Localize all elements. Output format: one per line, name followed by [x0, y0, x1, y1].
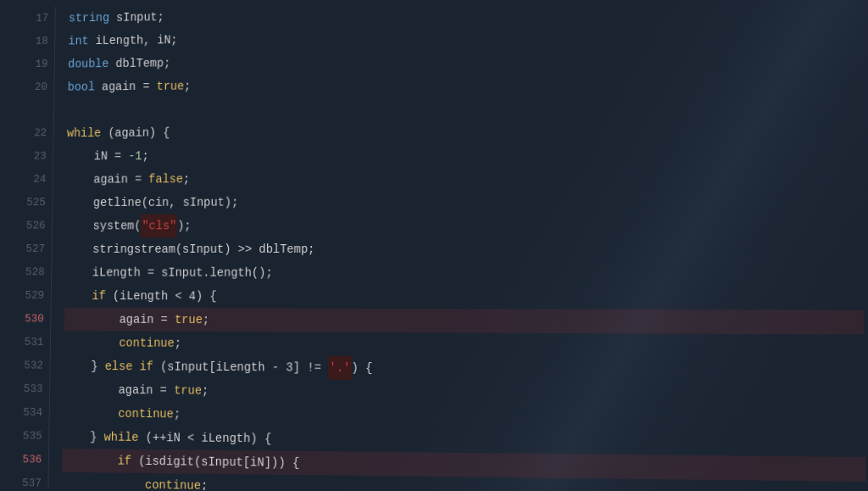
code-line-23: iN = -1; [66, 141, 862, 168]
code-line-526: system("cls"); [65, 213, 863, 237]
code-line-528: iLength = sInput.length(); [64, 261, 864, 286]
code-line-527: stringstream(sInput) >> dblTemp; [65, 237, 864, 262]
code-content: string sInput; int iLength, iN; double d… [48, 0, 868, 491]
code-line-529: if (iLength < 4) { [64, 284, 864, 310]
code-editor: 17 18 19 20 22 23 24 525 526 527 528 529… [6, 0, 868, 491]
code-line-530: again = true; [64, 308, 865, 335]
line-numbers: 17 18 19 20 22 23 24 525 526 527 528 529… [6, 7, 56, 491]
code-line-24: again = false; [66, 165, 862, 191]
code-line-525: getline(cin, sInput); [66, 189, 863, 215]
